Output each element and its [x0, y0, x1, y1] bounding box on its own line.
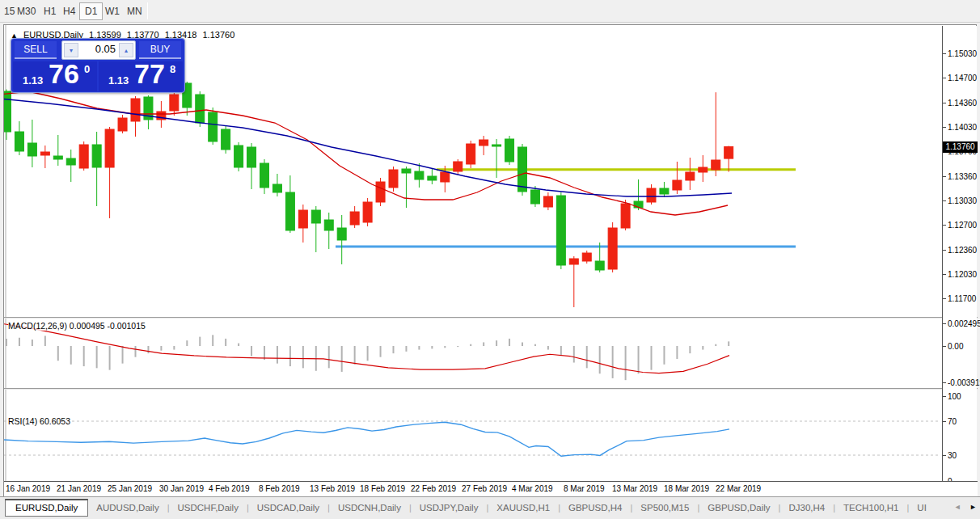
price-tick: 1.14030 — [948, 123, 977, 132]
candle-body — [15, 132, 23, 151]
price-tick: 1.12360 — [948, 246, 977, 255]
tab-scroll-left-icon[interactable]: ◄ — [954, 503, 961, 511]
candle-body — [582, 253, 591, 261]
candle-body — [415, 171, 424, 179]
sell-price-sup: 0 — [84, 63, 90, 75]
buy-price-sup: 8 — [170, 63, 175, 75]
price-axis[interactable]: 1.150301.147001.143601.140301.137001.133… — [942, 26, 977, 481]
tab-usdcad-daily[interactable]: USDCAD,Daily — [249, 500, 327, 515]
rsi-pane[interactable] — [4, 389, 942, 480]
volume-decrease-icon[interactable]: ▾ — [64, 43, 78, 57]
tab-usdchf-daily[interactable]: USDCHF,Daily — [170, 500, 247, 515]
candle-body — [479, 140, 488, 146]
sell-price-box[interactable]: 1.13 76 0 — [13, 61, 97, 91]
chart-tabs: EURUSD,DailyAUDUSD,Daily|USDCHF,Daily|US… — [5, 499, 935, 517]
candle-body — [285, 192, 294, 230]
volume-stepper: ▾ 0.05 ▴ — [61, 40, 136, 60]
timeframe-d1[interactable]: D1 — [79, 2, 103, 20]
quote-close: 1.13760 — [203, 30, 235, 40]
candle-body — [53, 156, 62, 159]
date-label: 18 Mar 2019 — [664, 484, 709, 493]
timeframe-mn[interactable]: MN — [124, 4, 146, 19]
candle-body — [170, 95, 179, 111]
tab-gbpusd-h4[interactable]: GBPUSD,H4 — [560, 500, 630, 515]
candle-body — [209, 112, 218, 141]
chart-window: ▲ EURUSD,Daily 1.13599 1.13770 1.13418 1… — [3, 24, 977, 496]
candle-body — [337, 228, 346, 240]
candle-body — [272, 184, 281, 192]
candle-body — [454, 162, 463, 171]
macd-tick: 0.002495 — [948, 319, 980, 328]
volume-value[interactable]: 0.05 — [95, 43, 116, 55]
buy-price-box[interactable]: 1.13 77 8 — [99, 61, 183, 91]
buy-button[interactable]: BUY — [139, 41, 181, 59]
candle-body — [441, 172, 450, 182]
candle-body — [660, 188, 669, 194]
date-label: 22 Mar 2019 — [716, 484, 761, 493]
date-label: 13 Mar 2019 — [612, 484, 657, 493]
tab-usdjpy-daily[interactable]: USDJPY,Daily — [412, 500, 487, 515]
tab-scroll-right-icon[interactable]: ► — [969, 503, 977, 511]
timeframe-m30[interactable]: M30 — [14, 4, 39, 19]
candle-body — [595, 261, 604, 270]
date-label: 13 Feb 2019 — [310, 484, 355, 493]
date-label: 21 Jan 2019 — [57, 484, 101, 493]
candle-body — [376, 182, 385, 202]
candle-body — [556, 196, 565, 265]
price-tick: 1.11700 — [948, 294, 976, 303]
candle-body — [118, 118, 127, 131]
timeframe-h4[interactable]: H4 — [60, 4, 78, 19]
candle-body — [4, 91, 11, 132]
candle-body — [196, 95, 205, 123]
candle-body — [543, 196, 552, 207]
tab-sp500-m15[interactable]: SP500,M15 — [632, 500, 697, 515]
candle-body — [131, 99, 140, 121]
date-label: 16 Jan 2019 — [6, 484, 50, 493]
tab-audusd-daily[interactable]: AUDUSD,Daily — [88, 500, 167, 515]
one-click-trade-panel: SELL ▾ 0.05 ▴ BUY 1.13 76 0 1.13 77 8 — [11, 38, 185, 93]
price-tick: 1.13030 — [948, 196, 977, 205]
buy-price-small: 1.13 — [108, 74, 129, 86]
price-tick: 1.14700 — [948, 74, 977, 82]
candle-body — [569, 259, 578, 264]
toolbar-divider — [147, 2, 148, 19]
candle-body — [647, 188, 656, 202]
candle-body — [105, 129, 114, 167]
tab-usdcnh-daily[interactable]: USDCNH,Daily — [330, 500, 409, 515]
candle-body — [27, 143, 36, 156]
sell-price-small: 1.13 — [23, 74, 43, 86]
sell-button[interactable]: SELL — [15, 41, 57, 59]
timeframe-h1[interactable]: H1 — [40, 4, 59, 19]
candle-body — [699, 167, 708, 172]
candle-body — [673, 180, 682, 190]
candle-body — [324, 220, 333, 230]
candle-body — [79, 145, 88, 168]
candle-body — [247, 147, 256, 167]
tab-eurusd-daily[interactable]: EURUSD,Daily — [5, 499, 88, 517]
macd-label: MACD(12,26,9) 0.000495 -0.001015 — [8, 321, 146, 331]
date-label: 4 Feb 2019 — [209, 484, 250, 493]
tab-dj30-h4[interactable]: DJ30,H4 — [780, 500, 833, 515]
rsi-tick: 70 — [948, 417, 957, 426]
sell-price-big: 76 — [49, 58, 79, 90]
candle-body — [222, 129, 230, 150]
macd-histogram — [6, 335, 729, 380]
tab-gbpusd-daily[interactable]: GBPUSD,Daily — [699, 500, 778, 515]
timeframe-w1[interactable]: W1 — [102, 4, 123, 19]
candle-body — [260, 163, 269, 188]
buy-price-big: 77 — [134, 58, 165, 90]
volume-increase-icon[interactable]: ▴ — [119, 43, 133, 57]
candle-body — [712, 160, 720, 170]
price-tick: 1.13360 — [948, 172, 977, 181]
candle-body — [492, 145, 501, 146]
rsi-tick: 30 — [948, 451, 957, 460]
tab-xauusd-h1[interactable]: XAUUSD,H1 — [488, 500, 558, 515]
date-label: 4 Mar 2019 — [512, 484, 553, 493]
candle-body — [92, 145, 101, 167]
tab-ui[interactable]: UI — [909, 500, 935, 515]
candle-body — [298, 210, 307, 228]
candle-body — [518, 147, 527, 192]
time-axis[interactable]: 16 Jan 201921 Jan 201925 Jan 201930 Jan … — [4, 481, 978, 496]
tab-tech100-h1[interactable]: TECH100,H1 — [835, 500, 906, 515]
candle-body — [40, 152, 49, 155]
